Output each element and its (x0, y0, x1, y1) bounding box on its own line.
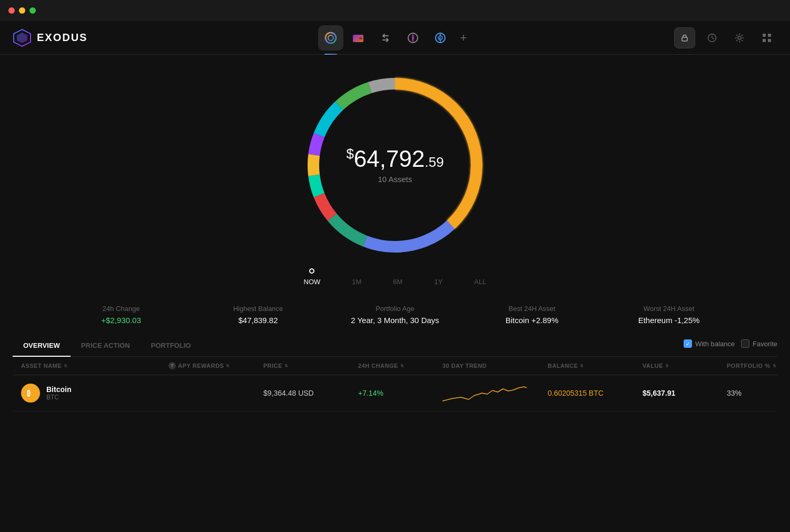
exodus-logo-icon (13, 28, 32, 47)
sort-value-icon: ⇅ (665, 364, 669, 368)
time-all[interactable]: ALL (474, 278, 486, 286)
svg-rect-16 (768, 34, 771, 37)
stats-bar: 24h Change +$2,930.03 Highest Balance $4… (0, 294, 790, 335)
titlebar (0, 0, 790, 21)
svg-rect-18 (768, 39, 771, 42)
donut-chart: $64,792.59 10 Assets (295, 65, 495, 265)
time-1m[interactable]: 1M (352, 278, 361, 286)
col-30-day-trend: 30 DAY TREND (442, 362, 548, 369)
wallet-icon (352, 32, 364, 44)
table-row[interactable]: ₿ Bitcoin BTC $9,364.48 USD +7.14% (13, 375, 777, 411)
table-header: ASSET NAME ⇅ ? APY REWARDS ⇅ PRICE ⇅ 24H… (13, 357, 777, 375)
bitcoin-sparkline (442, 383, 548, 404)
history-button[interactable] (702, 27, 723, 48)
svg-text:+: + (439, 35, 442, 41)
sort-balance-icon: ⇅ (580, 364, 584, 368)
tab-overview[interactable]: OVERVIEW (13, 335, 71, 357)
currency-symbol: $ (346, 146, 353, 162)
tab-portfolio[interactable] (318, 25, 343, 51)
tab-wallet[interactable] (345, 25, 371, 51)
bitcoin-portfolio-pct: 33% (727, 389, 790, 397)
svg-rect-15 (763, 34, 766, 37)
lock-icon (681, 34, 688, 42)
col-24h-change[interactable]: 24H CHANGE ⇅ (358, 362, 442, 369)
sort-portfolio-icon: ⇅ (773, 364, 777, 368)
portfolio-cents: .59 (424, 154, 443, 170)
col-value[interactable]: VALUE ⇅ (643, 362, 727, 369)
header: EXODUS (0, 21, 790, 55)
bitcoin-price: $9,364.48 USD (263, 389, 358, 397)
time-6m[interactable]: 6M (393, 278, 402, 286)
portfolio-amount: $64,792.59 (346, 147, 443, 170)
sort-asset-name-icon: ⇅ (64, 364, 68, 368)
svg-point-2 (325, 33, 336, 43)
col-asset-name[interactable]: ASSET NAME ⇅ (21, 362, 169, 369)
maximize-button[interactable] (29, 7, 36, 14)
web3-icon: + (434, 32, 447, 44)
tab-portfolio[interactable]: PORTFOLIO (141, 335, 202, 357)
table-section: OVERVIEW PRICE ACTION PORTFOLIO ✓ With b… (0, 335, 790, 411)
svg-rect-5 (359, 37, 362, 39)
tab-browser[interactable] (400, 25, 426, 51)
logo-text: EXODUS (37, 32, 87, 44)
bitcoin-balance: 0.60205315 BTC (548, 389, 643, 397)
stat-best-24h: Best 24H Asset Bitcoin +2.89% (463, 305, 600, 325)
exchange-icon (379, 32, 392, 44)
lock-button[interactable] (674, 27, 695, 48)
asset-name-cell: ₿ Bitcoin BTC (21, 384, 169, 403)
svg-point-3 (328, 35, 333, 41)
asset-table: ASSET NAME ⇅ ? APY REWARDS ⇅ PRICE ⇅ 24H… (13, 357, 777, 411)
grid-icon (762, 33, 772, 43)
tab-web3[interactable]: + (428, 25, 453, 51)
header-right (674, 27, 777, 48)
stat-24h-change: 24h Change +$2,930.03 (53, 305, 190, 325)
sort-apy-icon: ⇅ (226, 364, 230, 368)
logo: EXODUS (13, 28, 87, 47)
stat-portfolio-age: Portfolio Age 2 Year, 3 Month, 30 Days (327, 305, 463, 325)
svg-point-14 (738, 36, 741, 39)
apy-help-icon[interactable]: ? (169, 362, 176, 369)
tab-exchange[interactable] (373, 25, 398, 51)
time-now[interactable]: NOW (304, 278, 321, 286)
col-price[interactable]: PRICE ⇅ (263, 362, 358, 369)
filter-with-balance[interactable]: ✓ With balance (684, 339, 735, 348)
minimize-button[interactable] (19, 7, 25, 14)
close-button[interactable] (8, 7, 15, 14)
filter-favorite[interactable]: Favorite (741, 339, 777, 348)
time-selector: NOW 1M 6M 1Y ALL (304, 274, 487, 290)
settings-icon (735, 33, 744, 43)
donut-center: $64,792.59 10 Assets (346, 147, 443, 184)
col-apy-rewards[interactable]: ? APY REWARDS ⇅ (169, 362, 263, 369)
history-icon (707, 33, 717, 43)
favorite-checkbox[interactable] (741, 339, 749, 348)
tab-add[interactable]: + (455, 29, 472, 46)
bitcoin-change: +7.14% (358, 389, 442, 397)
bitcoin-info: Bitcoin BTC (46, 385, 71, 401)
portfolio-icon (324, 32, 337, 44)
svg-rect-12 (682, 37, 687, 41)
settings-button[interactable] (729, 27, 750, 48)
svg-rect-17 (763, 39, 766, 42)
nav-tabs: + + (318, 25, 472, 51)
bitcoin-icon: ₿ (21, 384, 40, 403)
svg-marker-1 (17, 33, 27, 43)
time-1y[interactable]: 1Y (434, 278, 442, 286)
sort-change-icon: ⇅ (400, 364, 404, 368)
assets-count: 10 Assets (346, 175, 443, 184)
svg-text:₿: ₿ (27, 389, 31, 397)
portfolio-section: $64,792.59 10 Assets NOW 1M 6M 1Y ALL (0, 55, 790, 335)
stat-highest-balance: Highest Balance $47,839.82 (190, 305, 327, 325)
table-filters: ✓ With balance Favorite (684, 339, 777, 352)
stat-worst-24h: Worst 24H Asset Ethereum -1,25% (600, 305, 737, 325)
grid-button[interactable] (756, 27, 777, 48)
with-balance-checkbox[interactable]: ✓ (684, 339, 692, 348)
table-tabs: OVERVIEW PRICE ACTION PORTFOLIO ✓ With b… (13, 335, 777, 357)
add-icon: + (460, 32, 467, 44)
bitcoin-value: $5,637.91 (643, 389, 727, 397)
tab-price-action[interactable]: PRICE ACTION (71, 335, 141, 357)
sort-price-icon: ⇅ (284, 364, 289, 368)
col-balance[interactable]: BALANCE ⇅ (548, 362, 643, 369)
main-content: $64,792.59 10 Assets NOW 1M 6M 1Y ALL (0, 55, 790, 532)
col-portfolio-pct[interactable]: PORTFOLIO % ⇅ (727, 362, 790, 369)
browser-icon (407, 32, 419, 44)
